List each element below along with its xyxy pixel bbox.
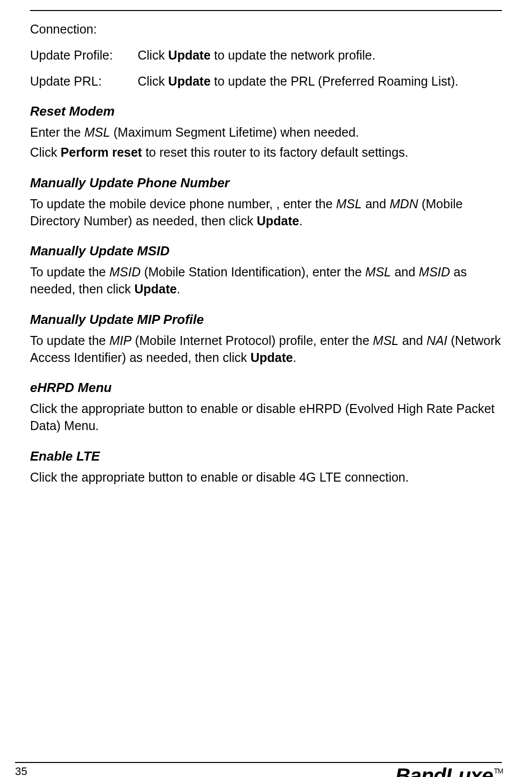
- text-italic: MSL: [373, 333, 398, 347]
- text: .: [293, 350, 296, 364]
- text-bold: Update: [257, 214, 299, 228]
- text-italic: NAI: [426, 333, 447, 347]
- text-italic: MSID: [419, 265, 450, 279]
- text-mup-msid: To update the MSID (Mobile Station Ident…: [30, 264, 502, 298]
- text-mup-mip: To update the MIP (Mobile Internet Proto…: [30, 332, 502, 366]
- text-ehrpd: Click the appropriate button to enable o…: [30, 401, 502, 435]
- def-label-connection: Connection:: [30, 21, 138, 38]
- text: and: [391, 265, 419, 279]
- def-label-update-profile: Update Profile:: [30, 47, 138, 64]
- text-italic: MSL: [84, 125, 110, 139]
- text-italic: MSL: [336, 197, 362, 211]
- text: (Mobile Internet Protocol) profile, ente…: [132, 333, 373, 347]
- footer: 35 BandLuxeTM: [0, 762, 532, 763]
- text: To update the: [30, 333, 109, 347]
- text: to update the network profile.: [211, 48, 375, 62]
- text-bold: Update: [168, 48, 211, 62]
- text-enable-lte: Click the appropriate button to enable o…: [30, 469, 502, 486]
- brand-tm: TM: [494, 767, 503, 775]
- text-italic: MDN: [390, 197, 418, 211]
- def-value-update-prl: Click Update to update the PRL (Preferre…: [138, 73, 502, 90]
- text: to update the PRL (Preferred Roaming Lis…: [211, 74, 458, 88]
- top-rule: [30, 10, 502, 11]
- brand-text: BandLuxe: [395, 764, 493, 777]
- text: Click: [138, 74, 168, 88]
- text-bold: Update: [134, 282, 177, 296]
- text: and: [399, 333, 427, 347]
- text: To update the mobile device phone number…: [30, 197, 336, 211]
- text: To update the: [30, 265, 109, 279]
- heading-reset-modem: Reset Modem: [30, 104, 502, 119]
- text-italic: MSL: [365, 265, 391, 279]
- text: and: [362, 197, 390, 211]
- brand-logo: BandLuxeTM: [395, 764, 502, 777]
- text-reset-modem-2: Click Perform reset to reset this router…: [30, 144, 502, 161]
- def-label-update-prl: Update PRL:: [30, 73, 138, 90]
- def-update-prl: Update PRL: Click Update to update the P…: [30, 73, 502, 90]
- def-update-profile: Update Profile: Click Update to update t…: [30, 47, 502, 64]
- text-italic: MSID: [109, 265, 141, 279]
- text: (Maximum Segment Lifetime) when needed.: [110, 125, 359, 139]
- text-bold: Update: [168, 74, 211, 88]
- heading-mup-msid: Manually Update MSID: [30, 243, 502, 259]
- text: .: [299, 214, 303, 228]
- text: Click: [30, 145, 61, 159]
- text-bold: Perform reset: [61, 145, 142, 159]
- heading-mup-phone: Manually Update Phone Number: [30, 175, 502, 191]
- text: .: [177, 282, 180, 296]
- text: to reset this router to its factory defa…: [142, 145, 408, 159]
- heading-ehrpd: eHRPD Menu: [30, 380, 502, 396]
- def-value-update-profile: Click Update to update the network profi…: [138, 47, 502, 64]
- text-mup-phone: To update the mobile device phone number…: [30, 196, 502, 230]
- text-bold: Update: [251, 350, 293, 364]
- def-value-connection: [138, 21, 502, 38]
- text-reset-modem-1: Enter the MSL (Maximum Segment Lifetime)…: [30, 124, 502, 141]
- text-italic: MIP: [109, 333, 131, 347]
- text: Enter the: [30, 125, 84, 139]
- heading-mup-mip: Manually Update MIP Profile: [30, 312, 502, 327]
- text: Click: [138, 48, 168, 62]
- text: (Mobile Station Identification), enter t…: [141, 265, 365, 279]
- def-connection: Connection:: [30, 21, 502, 38]
- page-number: 35: [15, 765, 27, 777]
- footer-rule: [15, 762, 502, 763]
- heading-enable-lte: Enable LTE: [30, 449, 502, 464]
